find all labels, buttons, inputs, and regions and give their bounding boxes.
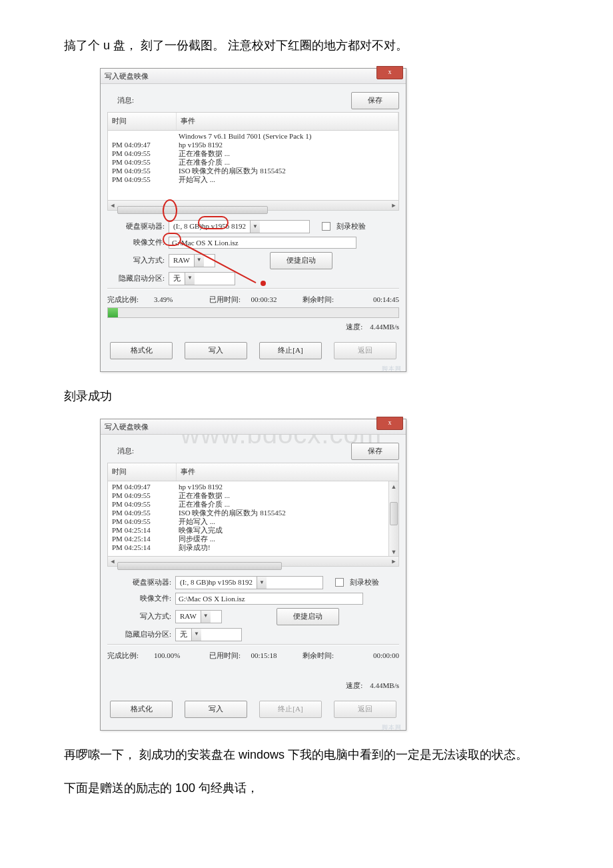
image-field[interactable]: G:\Mac OS X Lion.isz [169,237,356,249]
scroll-thumb[interactable] [390,502,398,526]
close-icon[interactable]: x [376,417,403,430]
scroll-thumb[interactable] [117,562,282,570]
write-button[interactable]: 写入 [185,342,247,359]
scroll-left-icon[interactable]: ◄ [108,556,117,567]
boot-button[interactable]: 便捷启动 [270,252,332,269]
hide-label: 隐藏启动分区: [107,628,171,641]
log-header: 时间 事件 [107,112,399,131]
verify-label: 刻录校验 [336,220,366,233]
col-event: 事件 [177,113,398,130]
speed-value: 4.44MB/s [370,323,399,331]
chevron-down-icon[interactable]: ▼ [257,577,267,589]
doc-para-2: 刻录成功 [40,385,573,407]
doc-para-3: 再啰嗦一下， 刻成功的安装盘在 windows 下我的电脑中看到的一定是无法读取… [40,744,573,765]
mode-label: 写入方式: [107,610,171,623]
image-label: 映像文件: [107,592,171,605]
hide-label: 隐藏启动分区: [107,272,165,285]
burn-dialog-1: 写入硬盘映像 x 消息: 保存 时间 事件 Windows 7 v6.1 Bui… [100,68,406,372]
doc-para-1: 搞了个 u 盘， 刻了一份截图。 注意校对下红圈的地方都对不对。 [40,35,573,56]
stop-button: 终止[A] [259,701,322,718]
window-title: 写入硬盘映像 [105,423,149,431]
drive-combo[interactable]: (I:, 8 GB)hp v195b 8192▼ [169,220,310,233]
log-list: Windows 7 v6.1 Build 7601 (Service Pack … [107,131,399,201]
scroll-up-icon[interactable]: ▲ [389,481,398,491]
image-label: 映像文件: [107,236,165,249]
stats-row: 完成比例: 100.00% 已用时间: 00:15:18 剩余时间: 00:00… [107,649,399,663]
red-circle-2 [198,216,229,229]
titlebar: 写入硬盘映像 x [101,419,406,435]
window-title: 写入硬盘映像 [105,72,149,80]
verify-label: 刻录校验 [350,576,379,589]
progress-fill [108,308,118,317]
mode-combo[interactable]: RAW▼ [175,610,222,623]
chevron-down-icon[interactable]: ▼ [185,273,195,285]
drive-label: 硬盘驱动器: [107,220,165,233]
h-scrollbar[interactable]: ◄ ► [107,201,399,211]
back-button[interactable]: 返回 [334,342,396,359]
log-header: 时间 事件 [107,463,399,481]
mode-combo[interactable]: RAW▼ [169,254,215,267]
h-scrollbar[interactable]: ◄ ► [107,557,399,567]
image-field[interactable]: G:\Mac OS X Lion.isz [175,593,363,605]
hide-combo[interactable]: 无▼ [175,628,242,641]
scroll-right-icon[interactable]: ► [389,556,398,567]
msg-label: 消息: [107,94,134,107]
format-button[interactable]: 格式化 [110,342,173,359]
save-button[interactable]: 保存 [351,92,399,109]
drive-combo[interactable]: (I:, 8 GB)hp v195b 8192▼ [175,576,323,589]
speed-value: 4.44MB/s [370,681,399,689]
hide-combo[interactable]: 无▼ [169,272,235,285]
burn-dialog-2: www.bdocx.com 写入硬盘映像 x 消息: 保存 时间 事件 PM 0… [100,419,406,731]
close-icon[interactable]: x [376,66,403,79]
format-button[interactable]: 格式化 [110,701,173,718]
v-scrollbar[interactable]: ▲ ▼ [388,481,398,556]
chevron-down-icon[interactable]: ▼ [191,629,201,641]
doc-para-4: 下面是赠送的励志的 100 句经典话， [40,777,573,799]
titlebar: 写入硬盘映像 x [101,69,406,84]
scroll-left-icon[interactable]: ◄ [108,200,117,211]
boot-button[interactable]: 便捷启动 [277,608,339,625]
chevron-down-icon[interactable]: ▼ [201,611,211,623]
chevron-down-icon[interactable]: ▼ [194,255,204,267]
verify-checkbox[interactable] [322,222,330,231]
speed-label: 速度: [346,323,362,331]
log-list: PM 04:09:47hp v195b 8192 PM 04:09:55正在准备… [107,481,399,557]
chevron-down-icon[interactable]: ▼ [250,221,260,233]
site-watermark: 脚本网 [382,722,402,733]
write-button[interactable]: 写入 [185,701,247,718]
drive-label: 硬盘驱动器: [107,576,171,589]
scroll-right-icon[interactable]: ► [389,200,398,211]
progress-bar [107,307,399,318]
scroll-down-icon[interactable]: ▼ [389,547,398,556]
red-circle-3 [163,233,181,246]
col-event: 事件 [177,463,398,481]
mode-label: 写入方式: [107,254,165,267]
back-button[interactable]: 返回 [334,701,396,718]
site-watermark: 脚本网 [382,363,402,374]
col-time: 时间 [108,463,177,481]
speed-label: 速度: [346,681,362,689]
verify-checkbox[interactable] [335,578,344,587]
stop-button[interactable]: 终止[A] [259,342,322,359]
msg-label: 消息: [107,445,134,458]
save-button[interactable]: 保存 [351,443,399,460]
stats-row: 完成比例: 3.49% 已用时间: 00:00:32 剩余时间: 00:14:4… [107,293,399,307]
col-time: 时间 [108,113,177,130]
scroll-thumb[interactable] [117,206,268,214]
